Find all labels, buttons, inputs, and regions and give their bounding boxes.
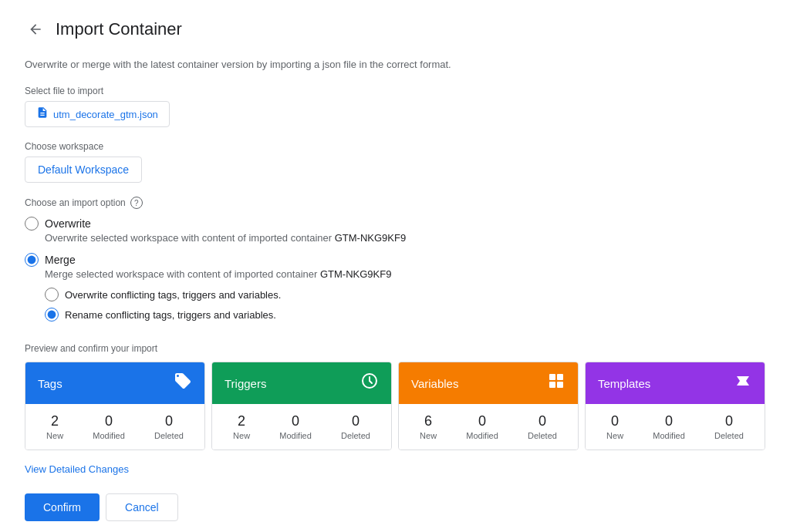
merge-description: Merge selected workspace with content of… [45,268,765,280]
variables-deleted-value: 0 [538,413,546,429]
variables-card-header: Variables [399,362,578,404]
svg-rect-4 [557,382,563,388]
workspace-button[interactable]: Default Workspace [25,157,142,183]
merge-label[interactable]: Merge [45,254,76,266]
variables-new-value: 6 [424,413,432,429]
tags-card-body: 2 New 0 Modified 0 Deleted [25,404,204,450]
templates-card-header: Templates [586,362,765,404]
merge-label-row: Merge [25,253,765,267]
triggers-deleted-value: 0 [352,413,360,429]
file-input-display[interactable]: utm_decorate_gtm.json [25,101,170,127]
overwrite-label-row: Overwrite [25,217,765,231]
tags-deleted-value: 0 [165,413,173,429]
page-container: Import Container Overwrite or merge with… [0,0,790,532]
variables-deleted-label: Deleted [528,431,557,440]
tags-modified-stat: 0 Modified [93,413,125,440]
merge-option: Merge Merge selected workspace with cont… [25,253,765,328]
triggers-card-label: Triggers [225,377,266,390]
import-option-label: Choose an import option [25,197,126,208]
overwrite-conflicts-radio[interactable] [45,288,59,301]
workspace-label: Choose workspace [25,141,765,152]
variables-new-stat: 6 New [420,413,437,440]
merge-sub-options: Overwrite conflicting tags, triggers and… [45,288,765,328]
overwrite-label[interactable]: Overwrite [45,217,91,230]
variables-card-label: Variables [411,377,458,390]
page-title: Import Container [56,19,182,39]
triggers-card: Triggers 2 New 0 Modifi [211,362,392,450]
templates-modified-value: 0 [665,413,673,429]
tags-card-label: Tags [38,377,62,390]
cancel-button[interactable]: Cancel [106,493,178,521]
tags-new-label: New [46,431,63,440]
page-description: Overwrite or merge with the latest conta… [25,59,765,70]
triggers-new-label: New [233,431,250,440]
overwrite-conflicts-label[interactable]: Overwrite conflicting tags, triggers and… [65,289,281,301]
templates-new-label: New [606,431,623,440]
variables-modified-value: 0 [478,413,486,429]
templates-card-label: Templates [598,377,650,390]
tags-modified-label: Modified [93,431,125,440]
variables-modified-stat: 0 Modified [466,413,498,440]
tags-icon [174,372,192,395]
cards-row: Tags 2 New 0 Modified [25,362,765,450]
templates-deleted-value: 0 [725,413,733,429]
view-changes-link[interactable]: View Detailed Changes [25,463,129,475]
tags-card-header: Tags [25,362,204,404]
triggers-modified-stat: 0 Modified [279,413,312,440]
tags-new-value: 2 [51,413,59,429]
overwrite-option: Overwrite Overwrite selected workspace w… [25,217,765,244]
file-name: utm_decorate_gtm.json [53,109,158,120]
triggers-deleted-label: Deleted [341,431,370,440]
action-buttons: Confirm Cancel [25,493,765,521]
variables-deleted-stat: 0 Deleted [528,413,557,440]
import-option-section: Choose an import option ? Overwrite Over… [25,197,765,328]
svg-rect-3 [549,382,555,388]
overwrite-container-id: GTM-NKG9KF9 [335,232,406,244]
preview-label: Preview and confirm your import [25,343,765,354]
variables-card-body: 6 New 0 Modified 0 Deleted [399,404,578,450]
preview-section: Preview and confirm your import Tags 2 N… [25,343,765,450]
help-icon[interactable]: ? [130,197,143,209]
templates-deleted-label: Deleted [714,431,744,440]
tags-deleted-label: Deleted [154,431,184,440]
triggers-card-header: Triggers [212,362,391,404]
templates-icon [734,372,752,395]
templates-modified-stat: 0 Modified [653,413,685,440]
triggers-modified-label: Modified [279,431,312,440]
file-section: Select file to import utm_decorate_gtm.j… [25,86,765,141]
templates-card: Templates 0 New 0 Modified [585,362,765,450]
merge-container-id: GTM-NKG9KF9 [320,268,391,280]
triggers-modified-value: 0 [292,413,299,429]
svg-rect-2 [557,374,563,380]
overwrite-radio[interactable] [25,217,39,231]
import-option-title: Choose an import option ? [25,197,765,209]
overwrite-conflicts-row: Overwrite conflicting tags, triggers and… [45,288,765,301]
templates-card-body: 0 New 0 Modified 0 Deleted [586,404,765,450]
templates-deleted-stat: 0 Deleted [714,413,744,440]
confirm-button[interactable]: Confirm [25,493,100,521]
tags-deleted-stat: 0 Deleted [154,413,184,440]
variables-card: Variables 6 New [398,362,579,450]
page-header: Import Container [25,19,765,40]
merge-radio[interactable] [25,253,39,267]
svg-rect-1 [549,374,555,380]
variables-new-label: New [420,431,437,440]
tags-new-stat: 2 New [46,413,63,440]
rename-conflicts-radio[interactable] [45,308,59,322]
templates-modified-label: Modified [653,431,685,440]
triggers-card-body: 2 New 0 Modified 0 Deleted [212,404,391,450]
workspace-section: Choose workspace Default Workspace [25,141,765,183]
triggers-new-value: 2 [238,413,245,429]
templates-new-stat: 0 New [606,413,623,440]
variables-icon [547,372,565,395]
triggers-deleted-stat: 0 Deleted [341,413,370,440]
templates-new-value: 0 [611,413,619,429]
variables-modified-label: Modified [466,431,498,440]
file-icon [36,106,49,122]
workspace-name: Default Workspace [38,163,129,176]
back-button[interactable] [25,19,46,40]
rename-conflicts-label[interactable]: Rename conflicting tags, triggers and va… [65,309,276,321]
overwrite-description: Overwrite selected workspace with conten… [45,232,765,244]
triggers-new-stat: 2 New [233,413,250,440]
triggers-icon [360,372,379,395]
